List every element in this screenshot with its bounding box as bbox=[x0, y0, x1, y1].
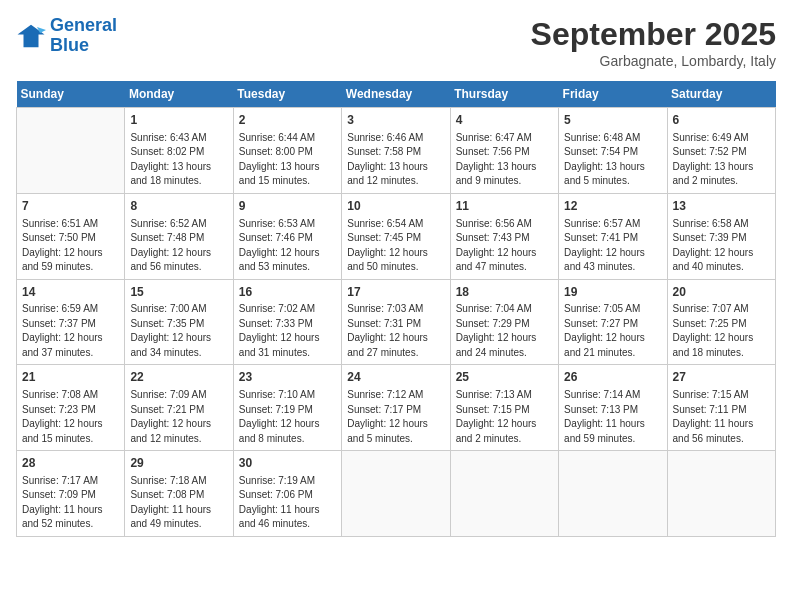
logo: General Blue bbox=[16, 16, 117, 56]
calendar-cell: 14Sunrise: 6:59 AM Sunset: 7:37 PM Dayli… bbox=[17, 279, 125, 365]
day-number: 27 bbox=[673, 369, 770, 386]
day-info: Sunrise: 7:00 AM Sunset: 7:35 PM Dayligh… bbox=[130, 302, 227, 360]
calendar-cell: 4Sunrise: 6:47 AM Sunset: 7:56 PM Daylig… bbox=[450, 108, 558, 194]
day-header-monday: Monday bbox=[125, 81, 233, 108]
day-info: Sunrise: 6:51 AM Sunset: 7:50 PM Dayligh… bbox=[22, 217, 119, 275]
calendar-cell: 18Sunrise: 7:04 AM Sunset: 7:29 PM Dayli… bbox=[450, 279, 558, 365]
day-info: Sunrise: 6:59 AM Sunset: 7:37 PM Dayligh… bbox=[22, 302, 119, 360]
day-info: Sunrise: 7:05 AM Sunset: 7:27 PM Dayligh… bbox=[564, 302, 661, 360]
calendar-cell: 12Sunrise: 6:57 AM Sunset: 7:41 PM Dayli… bbox=[559, 193, 667, 279]
day-info: Sunrise: 6:53 AM Sunset: 7:46 PM Dayligh… bbox=[239, 217, 336, 275]
day-info: Sunrise: 7:19 AM Sunset: 7:06 PM Dayligh… bbox=[239, 474, 336, 532]
day-number: 15 bbox=[130, 284, 227, 301]
day-info: Sunrise: 7:14 AM Sunset: 7:13 PM Dayligh… bbox=[564, 388, 661, 446]
day-info: Sunrise: 6:44 AM Sunset: 8:00 PM Dayligh… bbox=[239, 131, 336, 189]
title-block: September 2025 Garbagnate, Lombardy, Ita… bbox=[531, 16, 776, 69]
day-info: Sunrise: 7:08 AM Sunset: 7:23 PM Dayligh… bbox=[22, 388, 119, 446]
day-info: Sunrise: 7:13 AM Sunset: 7:15 PM Dayligh… bbox=[456, 388, 553, 446]
calendar-cell: 22Sunrise: 7:09 AM Sunset: 7:21 PM Dayli… bbox=[125, 365, 233, 451]
day-number: 17 bbox=[347, 284, 444, 301]
day-number: 20 bbox=[673, 284, 770, 301]
day-header-tuesday: Tuesday bbox=[233, 81, 341, 108]
day-number: 6 bbox=[673, 112, 770, 129]
page-header: General Blue September 2025 Garbagnate, … bbox=[16, 16, 776, 69]
day-number: 14 bbox=[22, 284, 119, 301]
calendar-cell: 17Sunrise: 7:03 AM Sunset: 7:31 PM Dayli… bbox=[342, 279, 450, 365]
week-row-2: 7Sunrise: 6:51 AM Sunset: 7:50 PM Daylig… bbox=[17, 193, 776, 279]
day-header-wednesday: Wednesday bbox=[342, 81, 450, 108]
week-row-4: 21Sunrise: 7:08 AM Sunset: 7:23 PM Dayli… bbox=[17, 365, 776, 451]
calendar-cell: 23Sunrise: 7:10 AM Sunset: 7:19 PM Dayli… bbox=[233, 365, 341, 451]
day-number: 12 bbox=[564, 198, 661, 215]
calendar-cell: 26Sunrise: 7:14 AM Sunset: 7:13 PM Dayli… bbox=[559, 365, 667, 451]
day-info: Sunrise: 7:09 AM Sunset: 7:21 PM Dayligh… bbox=[130, 388, 227, 446]
calendar-cell: 21Sunrise: 7:08 AM Sunset: 7:23 PM Dayli… bbox=[17, 365, 125, 451]
calendar-cell: 13Sunrise: 6:58 AM Sunset: 7:39 PM Dayli… bbox=[667, 193, 775, 279]
calendar-cell: 29Sunrise: 7:18 AM Sunset: 7:08 PM Dayli… bbox=[125, 451, 233, 537]
day-number: 24 bbox=[347, 369, 444, 386]
day-number: 29 bbox=[130, 455, 227, 472]
calendar-cell bbox=[342, 451, 450, 537]
day-info: Sunrise: 7:12 AM Sunset: 7:17 PM Dayligh… bbox=[347, 388, 444, 446]
day-number: 26 bbox=[564, 369, 661, 386]
day-number: 25 bbox=[456, 369, 553, 386]
header-row: SundayMondayTuesdayWednesdayThursdayFrid… bbox=[17, 81, 776, 108]
calendar-cell: 6Sunrise: 6:49 AM Sunset: 7:52 PM Daylig… bbox=[667, 108, 775, 194]
day-header-thursday: Thursday bbox=[450, 81, 558, 108]
day-info: Sunrise: 6:58 AM Sunset: 7:39 PM Dayligh… bbox=[673, 217, 770, 275]
logo-text: General Blue bbox=[50, 16, 117, 56]
day-info: Sunrise: 6:54 AM Sunset: 7:45 PM Dayligh… bbox=[347, 217, 444, 275]
day-number: 2 bbox=[239, 112, 336, 129]
location: Garbagnate, Lombardy, Italy bbox=[531, 53, 776, 69]
day-number: 3 bbox=[347, 112, 444, 129]
day-info: Sunrise: 6:48 AM Sunset: 7:54 PM Dayligh… bbox=[564, 131, 661, 189]
month-title: September 2025 bbox=[531, 16, 776, 53]
calendar-cell: 3Sunrise: 6:46 AM Sunset: 7:58 PM Daylig… bbox=[342, 108, 450, 194]
day-info: Sunrise: 7:04 AM Sunset: 7:29 PM Dayligh… bbox=[456, 302, 553, 360]
calendar-cell: 11Sunrise: 6:56 AM Sunset: 7:43 PM Dayli… bbox=[450, 193, 558, 279]
day-number: 9 bbox=[239, 198, 336, 215]
day-number: 10 bbox=[347, 198, 444, 215]
day-number: 21 bbox=[22, 369, 119, 386]
svg-marker-0 bbox=[18, 25, 45, 48]
day-header-saturday: Saturday bbox=[667, 81, 775, 108]
day-info: Sunrise: 6:43 AM Sunset: 8:02 PM Dayligh… bbox=[130, 131, 227, 189]
day-number: 11 bbox=[456, 198, 553, 215]
day-info: Sunrise: 6:47 AM Sunset: 7:56 PM Dayligh… bbox=[456, 131, 553, 189]
day-number: 19 bbox=[564, 284, 661, 301]
week-row-1: 1Sunrise: 6:43 AM Sunset: 8:02 PM Daylig… bbox=[17, 108, 776, 194]
calendar-cell: 19Sunrise: 7:05 AM Sunset: 7:27 PM Dayli… bbox=[559, 279, 667, 365]
calendar-table: SundayMondayTuesdayWednesdayThursdayFrid… bbox=[16, 81, 776, 537]
day-info: Sunrise: 7:07 AM Sunset: 7:25 PM Dayligh… bbox=[673, 302, 770, 360]
calendar-cell: 16Sunrise: 7:02 AM Sunset: 7:33 PM Dayli… bbox=[233, 279, 341, 365]
calendar-cell bbox=[667, 451, 775, 537]
day-number: 7 bbox=[22, 198, 119, 215]
day-number: 23 bbox=[239, 369, 336, 386]
day-info: Sunrise: 7:03 AM Sunset: 7:31 PM Dayligh… bbox=[347, 302, 444, 360]
calendar-cell: 25Sunrise: 7:13 AM Sunset: 7:15 PM Dayli… bbox=[450, 365, 558, 451]
day-info: Sunrise: 7:15 AM Sunset: 7:11 PM Dayligh… bbox=[673, 388, 770, 446]
calendar-cell: 20Sunrise: 7:07 AM Sunset: 7:25 PM Dayli… bbox=[667, 279, 775, 365]
day-info: Sunrise: 6:57 AM Sunset: 7:41 PM Dayligh… bbox=[564, 217, 661, 275]
day-number: 1 bbox=[130, 112, 227, 129]
day-info: Sunrise: 6:49 AM Sunset: 7:52 PM Dayligh… bbox=[673, 131, 770, 189]
calendar-cell: 7Sunrise: 6:51 AM Sunset: 7:50 PM Daylig… bbox=[17, 193, 125, 279]
calendar-cell: 27Sunrise: 7:15 AM Sunset: 7:11 PM Dayli… bbox=[667, 365, 775, 451]
day-number: 30 bbox=[239, 455, 336, 472]
calendar-cell bbox=[450, 451, 558, 537]
day-number: 13 bbox=[673, 198, 770, 215]
calendar-cell: 10Sunrise: 6:54 AM Sunset: 7:45 PM Dayli… bbox=[342, 193, 450, 279]
calendar-cell: 1Sunrise: 6:43 AM Sunset: 8:02 PM Daylig… bbox=[125, 108, 233, 194]
week-row-5: 28Sunrise: 7:17 AM Sunset: 7:09 PM Dayli… bbox=[17, 451, 776, 537]
day-info: Sunrise: 7:17 AM Sunset: 7:09 PM Dayligh… bbox=[22, 474, 119, 532]
day-info: Sunrise: 7:18 AM Sunset: 7:08 PM Dayligh… bbox=[130, 474, 227, 532]
calendar-cell: 2Sunrise: 6:44 AM Sunset: 8:00 PM Daylig… bbox=[233, 108, 341, 194]
calendar-cell: 8Sunrise: 6:52 AM Sunset: 7:48 PM Daylig… bbox=[125, 193, 233, 279]
calendar-cell: 5Sunrise: 6:48 AM Sunset: 7:54 PM Daylig… bbox=[559, 108, 667, 194]
day-number: 5 bbox=[564, 112, 661, 129]
week-row-3: 14Sunrise: 6:59 AM Sunset: 7:37 PM Dayli… bbox=[17, 279, 776, 365]
day-header-sunday: Sunday bbox=[17, 81, 125, 108]
calendar-cell bbox=[559, 451, 667, 537]
day-info: Sunrise: 6:56 AM Sunset: 7:43 PM Dayligh… bbox=[456, 217, 553, 275]
day-number: 18 bbox=[456, 284, 553, 301]
